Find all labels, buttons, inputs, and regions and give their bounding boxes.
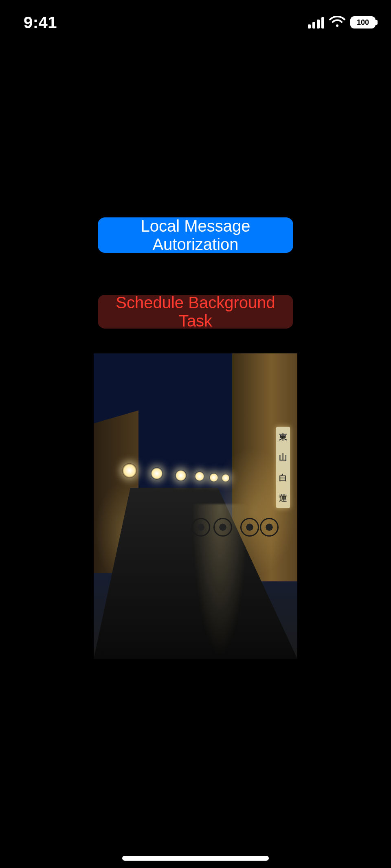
schedule-background-task-button[interactable]: Schedule Background Task	[98, 295, 293, 329]
content-image: 東山白蓮	[94, 353, 297, 659]
main-content: Local Message Autorization Schedule Back…	[0, 0, 391, 868]
bicycles-icon	[191, 500, 273, 537]
local-message-authorization-button[interactable]: Local Message Autorization	[98, 217, 293, 253]
home-indicator[interactable]	[122, 856, 269, 861]
